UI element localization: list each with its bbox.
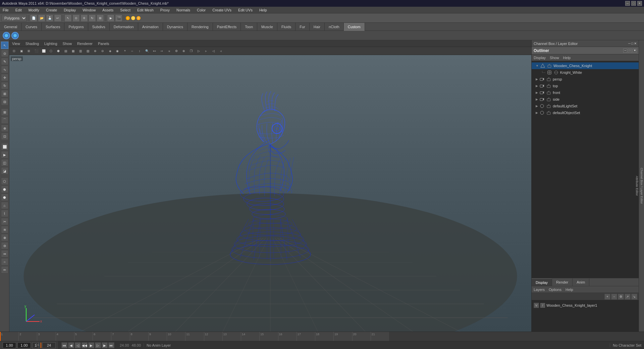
tab-hair[interactable]: Hair: [310, 23, 325, 31]
layer-new-button[interactable]: +: [604, 294, 610, 300]
tab-deformation[interactable]: Deformation: [110, 23, 138, 31]
close-button[interactable]: ✕: [637, 1, 642, 6]
menu-item-normals[interactable]: Normals: [175, 7, 192, 13]
poly-extrude-button[interactable]: ⬡: [1, 178, 8, 185]
layer-tab-anim[interactable]: Anim: [573, 279, 589, 286]
viewport-menu-panels[interactable]: Panels: [98, 42, 109, 46]
snap-grid-button[interactable]: ⊞: [1, 108, 8, 116]
prev-keyframe-button[interactable]: ◁: [75, 342, 81, 348]
tab-rendering[interactable]: Rendering: [187, 23, 213, 31]
viewport-menu-lighting[interactable]: Lighting: [44, 42, 57, 46]
mode-dropdown[interactable]: Polygons: [1, 15, 27, 21]
light3-button[interactable]: •: [136, 16, 141, 20]
layer-row[interactable]: V / Wooden_Chess_Knight_layer1: [533, 302, 637, 309]
light1-button[interactable]: •: [125, 16, 130, 20]
go-to-start-button[interactable]: ⏮: [61, 342, 67, 348]
viewport-tool-button-6[interactable]: ⬢: [55, 48, 62, 54]
combine-button[interactable]: ⊕: [1, 234, 8, 241]
layer-visibility-button[interactable]: V: [534, 303, 539, 308]
menu-item-create[interactable]: Create: [45, 7, 58, 13]
tab-fluids[interactable]: Fluids: [277, 23, 296, 31]
next-keyframe-button[interactable]: ▷: [95, 342, 101, 348]
viewport-menu-renderer[interactable]: Renderer: [77, 42, 93, 46]
viewport-tool-button-18[interactable]: 🔍: [144, 48, 150, 54]
viewport-menu-shading[interactable]: Shading: [25, 42, 39, 46]
poly-bridge-button[interactable]: ⬢: [1, 186, 8, 193]
viewport-tool-button-0[interactable]: ⊡: [11, 48, 17, 54]
outliner-item[interactable]: ▶persp: [532, 76, 639, 83]
new-scene-button[interactable]: 📄: [30, 14, 37, 22]
viewport[interactable]: persp: [9, 55, 531, 332]
render-full-button[interactable]: ▶: [1, 151, 8, 158]
ipr-button[interactable]: 🎬: [115, 14, 122, 22]
tab-general[interactable]: General: [0, 23, 21, 31]
viewport-tool-button-25[interactable]: ▷: [195, 48, 202, 54]
channel-box-strip-label[interactable]: Channel Box / Layer Editor: [639, 164, 644, 207]
viewport-tool-button-10[interactable]: ▧: [85, 48, 91, 54]
smooth-button[interactable]: ≋: [1, 226, 8, 233]
tab-fur[interactable]: Fur: [296, 23, 310, 31]
select-button[interactable]: ↖: [64, 14, 72, 22]
viewport-menu-view[interactable]: View: [12, 42, 20, 46]
icon-circle-1[interactable]: [3, 32, 10, 39]
outliner-menu-show[interactable]: Show: [550, 56, 559, 60]
render-region-button[interactable]: ⬜: [1, 143, 8, 150]
tab-toon[interactable]: Toon: [241, 23, 257, 31]
timeline-end-input[interactable]: [42, 342, 56, 348]
layer-submenu-help[interactable]: Help: [566, 288, 573, 292]
save-scene-button[interactable]: 💾: [46, 14, 53, 22]
viewport-tool-button-11[interactable]: ⊕: [92, 48, 99, 54]
menu-item-help[interactable]: Help: [258, 7, 268, 13]
bevel-button[interactable]: ⬣: [1, 194, 8, 201]
move-button[interactable]: ✛: [80, 14, 88, 22]
mini-timeline[interactable]: 24: [40, 342, 41, 348]
split-button[interactable]: ⌇: [1, 210, 8, 217]
viewport-tool-button-17[interactable]: ↕: [136, 48, 143, 54]
scale-tool-button[interactable]: ⊞: [1, 90, 8, 97]
outliner-content[interactable]: ▼Wooden_Chess_Knight└─Knight_White▶persp…: [532, 61, 639, 278]
viewport-tool-button-23[interactable]: ⊗: [180, 48, 187, 54]
lasso-button[interactable]: ⊙: [72, 14, 80, 22]
mirror-button[interactable]: ⇔: [1, 250, 8, 257]
viewport-tool-button-2[interactable]: ⊞: [25, 48, 32, 54]
sculpt-tool-button[interactable]: ∿: [1, 66, 8, 73]
layer-import-button[interactable]: ↘: [631, 294, 637, 300]
go-to-end-button[interactable]: ⏭: [108, 342, 114, 348]
layer-delete-button[interactable]: −: [611, 294, 617, 300]
move-tool-button[interactable]: ✛: [1, 74, 8, 81]
menu-item-edit-uvs[interactable]: Edit UVs: [237, 7, 254, 13]
outliner-minimize-button[interactable]: ─: [623, 49, 627, 53]
channel-box-minimize[interactable]: ─: [628, 42, 631, 45]
outliner-item[interactable]: ▼Wooden_Chess_Knight: [532, 62, 639, 69]
menu-item-create-uvs[interactable]: Create UVs: [211, 7, 233, 13]
tab-muscle[interactable]: Muscle: [257, 23, 277, 31]
outliner-item[interactable]: ▶defaultObjectSet: [532, 109, 639, 116]
menu-item-proxy[interactable]: Proxy: [159, 7, 171, 13]
play-forward-button[interactable]: ▶: [88, 342, 94, 348]
viewport-tool-button-26[interactable]: ▹: [203, 48, 209, 54]
layer-export-button[interactable]: ↗: [625, 294, 631, 300]
select-tool-button[interactable]: ↖: [1, 42, 8, 49]
show-button[interactable]: ◪: [1, 167, 8, 174]
prev-frame-button[interactable]: ◀: [68, 342, 74, 348]
tab-subdivs[interactable]: Subdivs: [88, 23, 110, 31]
rotate-tool-button[interactable]: ↻: [1, 82, 8, 89]
tab-animation[interactable]: Animation: [138, 23, 163, 31]
paint-weights-button[interactable]: ✏: [1, 266, 8, 273]
hide-button[interactable]: ◫: [1, 159, 8, 166]
viewport-tool-button-19[interactable]: ⊷: [151, 48, 158, 54]
menu-item-edit[interactable]: Edit: [14, 7, 23, 13]
attribute-editor-strip-label[interactable]: Attribute Editor: [635, 172, 639, 199]
fill-hole-button[interactable]: ○: [1, 258, 8, 265]
minimize-button[interactable]: ─: [625, 1, 630, 6]
menu-item-select[interactable]: Select: [119, 7, 132, 13]
icon-circle-2[interactable]: [11, 32, 19, 39]
transform-tool-button[interactable]: ⊟: [1, 98, 8, 105]
next-frame-button[interactable]: ▶: [102, 342, 108, 348]
maximize-button[interactable]: □: [631, 1, 636, 6]
separate-button[interactable]: ⊖: [1, 242, 8, 249]
layer-tab-render[interactable]: Render: [552, 279, 573, 286]
viewport-menu-show[interactable]: Show: [63, 42, 72, 46]
render-button[interactable]: ▶: [107, 14, 114, 22]
outliner-close-button[interactable]: ✕: [633, 49, 637, 53]
